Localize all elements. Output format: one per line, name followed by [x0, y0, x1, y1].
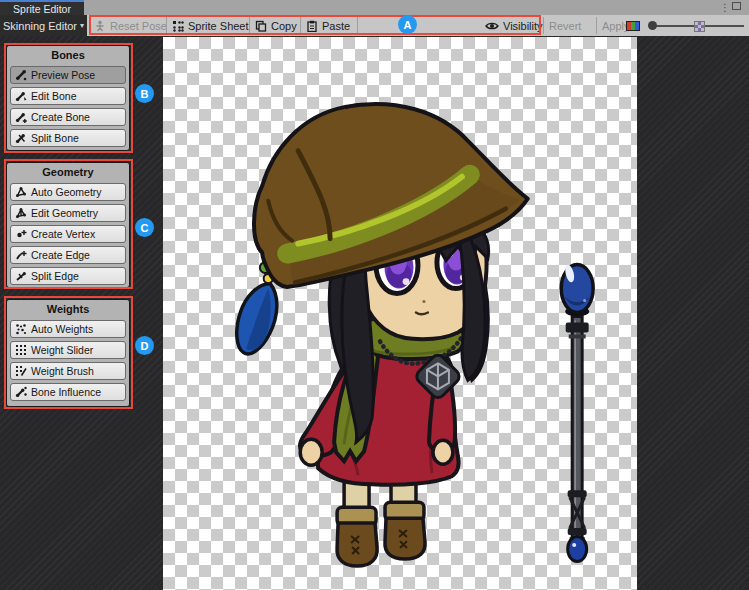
paste-label: Paste: [322, 20, 350, 32]
reset-pose-label: Reset Pose: [110, 20, 167, 32]
auto-geometry-icon: [15, 186, 27, 198]
texture-marker-icon: [694, 21, 705, 32]
button-split-edge[interactable]: Split Edge: [10, 267, 126, 285]
create-edge-icon: [15, 249, 27, 261]
kebab-menu-icon[interactable]: ⋮: [720, 2, 730, 13]
character[interactable]: [237, 104, 528, 566]
geometry-panel: Geometry Auto Geometry Edit Geometry Cre…: [6, 162, 130, 288]
weights-panel: Weights Auto Weights Weight Slider Weigh…: [6, 299, 130, 407]
button-edit-bone[interactable]: Edit Bone: [10, 87, 126, 105]
staff-sprite[interactable]: [561, 264, 593, 562]
paste-button[interactable]: Paste: [306, 15, 350, 36]
opacity-slider[interactable]: [648, 15, 746, 36]
copy-label: Copy: [271, 20, 297, 32]
chevron-down-icon: ▾: [80, 21, 84, 30]
create-bone-icon: [15, 111, 27, 123]
sprite-sheet-button[interactable]: Sprite Sheet: [172, 15, 249, 36]
bone-influence-icon: [15, 386, 27, 398]
toolbar-divider: [249, 17, 250, 34]
slider-handle[interactable]: [648, 21, 657, 30]
maximize-icon[interactable]: [732, 2, 741, 10]
button-create-bone[interactable]: Create Bone: [10, 108, 126, 126]
annotation-badge-a: A: [398, 15, 417, 34]
button-create-edge[interactable]: Create Edge: [10, 246, 126, 264]
split-edge-icon: [15, 270, 27, 282]
skinning-toolbar: Skinning Editor ▾ Reset Pose Sprite Shee…: [0, 15, 749, 37]
tab-sprite-editor[interactable]: Sprite Editor: [0, 0, 84, 15]
paste-icon: [306, 20, 318, 32]
toolbar-divider: [357, 17, 358, 34]
toolbar-divider: [596, 17, 597, 34]
workspace: Bones Preview Pose Edit Bone Create Bone…: [0, 36, 749, 590]
bones-panel: Bones Preview Pose Edit Bone Create Bone…: [6, 45, 130, 151]
edit-geometry-icon: [15, 207, 27, 219]
weight-slider-icon: [15, 344, 27, 356]
window-tab-strip: Sprite Editor ⋮: [0, 0, 749, 15]
button-auto-weights[interactable]: Auto Weights: [10, 320, 126, 338]
sprite-sheet-icon: [172, 20, 184, 32]
colormap-icon[interactable]: [626, 21, 640, 31]
revert-label: Revert: [549, 20, 581, 32]
button-preview-pose[interactable]: Preview Pose: [10, 66, 126, 84]
split-bone-icon: [15, 132, 27, 144]
bones-panel-title: Bones: [10, 47, 126, 63]
copy-icon: [255, 20, 267, 32]
create-vertex-icon: [15, 228, 27, 240]
button-split-bone[interactable]: Split Bone: [10, 129, 126, 147]
visibility-label: Visibility: [503, 20, 543, 32]
button-auto-geometry[interactable]: Auto Geometry: [10, 183, 126, 201]
button-create-vertex[interactable]: Create Vertex: [10, 225, 126, 243]
button-bone-influence[interactable]: Bone Influence: [10, 383, 126, 401]
geometry-panel-title: Geometry: [10, 164, 126, 180]
sprite-sheet-label: Sprite Sheet: [188, 20, 249, 32]
copy-button[interactable]: Copy: [255, 15, 297, 36]
reset-pose-icon: [94, 20, 106, 32]
button-weight-brush[interactable]: Weight Brush: [10, 362, 126, 380]
skinning-editor-label: Skinning Editor: [3, 20, 77, 32]
toolbar-divider: [300, 17, 301, 34]
eye-icon: [485, 20, 499, 32]
edit-bone-icon: [15, 90, 27, 102]
weights-panel-title: Weights: [10, 301, 126, 317]
auto-weights-icon: [15, 323, 27, 335]
annotation-badge-d: D: [135, 336, 154, 355]
visibility-button[interactable]: Visibility: [485, 15, 543, 36]
button-edit-geometry[interactable]: Edit Geometry: [10, 204, 126, 222]
character-sprite[interactable]: [163, 37, 637, 590]
weight-brush-icon: [15, 365, 27, 377]
revert-button[interactable]: Revert: [549, 15, 581, 36]
button-weight-slider[interactable]: Weight Slider: [10, 341, 126, 359]
toolbar-divider: [166, 17, 167, 34]
skinning-editor-dropdown[interactable]: Skinning Editor ▾: [0, 15, 87, 36]
reset-pose-button[interactable]: Reset Pose: [94, 15, 167, 36]
preview-pose-icon: [15, 69, 27, 81]
sprite-editor-window: Sprite Editor ⋮ Skinning Editor ▾ Reset …: [0, 0, 749, 590]
annotation-badge-c: C: [135, 218, 154, 237]
tab-sprite-editor-label: Sprite Editor: [13, 3, 71, 15]
annotation-badge-b: B: [135, 84, 154, 103]
toolbar-divider: [543, 17, 544, 34]
